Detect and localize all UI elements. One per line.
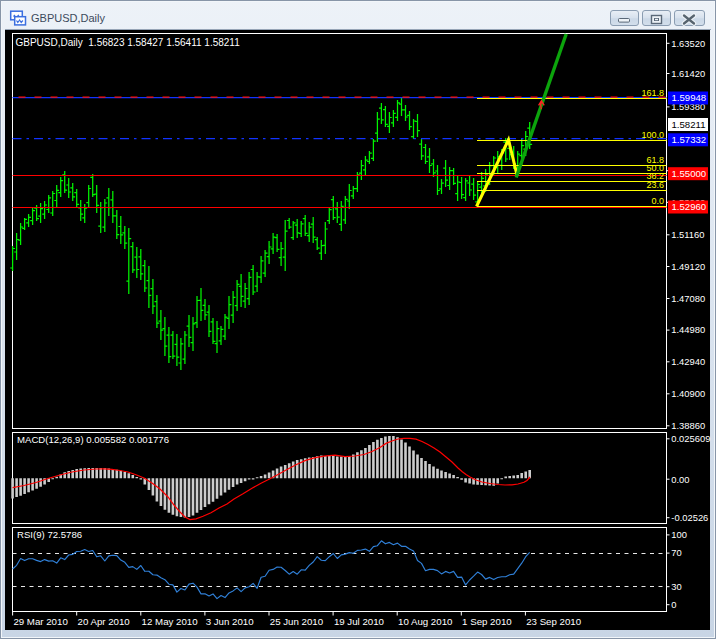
svg-text:1.42940: 1.42940 <box>671 356 705 367</box>
svg-text:0.0: 0.0 <box>651 196 664 206</box>
svg-text:0: 0 <box>671 599 676 610</box>
svg-text:1.61420: 1.61420 <box>671 68 705 79</box>
svg-text:1.51160: 1.51160 <box>671 229 704 240</box>
svg-text:0.025609: 0.025609 <box>671 433 710 444</box>
svg-text:23 Sep 2010: 23 Sep 2010 <box>526 616 582 627</box>
svg-text:MACD(12,26,9) 0.005582 0.00177: MACD(12,26,9) 0.005582 0.001776 <box>17 434 169 445</box>
svg-text:1 Sep 2010: 1 Sep 2010 <box>462 616 512 627</box>
svg-text:3 Jun 2010: 3 Jun 2010 <box>206 616 255 627</box>
svg-text:1.38860: 1.38860 <box>671 420 705 431</box>
svg-text:1.40900: 1.40900 <box>671 388 705 399</box>
svg-text:10 Aug 2010: 10 Aug 2010 <box>398 616 453 627</box>
svg-text:70: 70 <box>671 547 681 558</box>
svg-text:19 Jul 2010: 19 Jul 2010 <box>334 616 385 627</box>
svg-text:161.8: 161.8 <box>641 88 664 98</box>
svg-text:1.49120: 1.49120 <box>671 261 705 272</box>
svg-text:GBPUSD,Daily: GBPUSD,Daily <box>31 12 105 24</box>
svg-text:1.47080: 1.47080 <box>671 293 705 304</box>
svg-text:1.59948: 1.59948 <box>672 92 707 103</box>
svg-text:30: 30 <box>671 581 681 592</box>
svg-text:12 May 2010: 12 May 2010 <box>142 616 199 627</box>
svg-text:1.58211: 1.58211 <box>672 119 706 130</box>
svg-text:1.57332: 1.57332 <box>672 134 707 145</box>
svg-text:20 Apr 2010: 20 Apr 2010 <box>78 616 131 627</box>
svg-text:0.00: 0.00 <box>671 474 689 485</box>
svg-text:29 Mar 2010: 29 Mar 2010 <box>13 616 68 627</box>
svg-text:25 Jun 2010: 25 Jun 2010 <box>270 616 324 627</box>
svg-text:1.55000: 1.55000 <box>672 168 707 179</box>
svg-text:RSI(9) 72.5786: RSI(9) 72.5786 <box>17 529 82 540</box>
svg-text:23.6: 23.6 <box>646 180 664 190</box>
svg-text:100.0: 100.0 <box>641 130 664 140</box>
svg-text:GBPUSD,Daily 1.56823 1.58427: GBPUSD,Daily 1.56823 1.58427 1.56411 1.5… <box>16 37 241 48</box>
svg-text:-0.02526: -0.02526 <box>671 512 708 523</box>
svg-text:100: 100 <box>671 529 687 540</box>
svg-text:1.44980: 1.44980 <box>671 324 705 335</box>
svg-text:1.52960: 1.52960 <box>672 201 707 212</box>
svg-text:1.63520: 1.63520 <box>671 38 705 49</box>
